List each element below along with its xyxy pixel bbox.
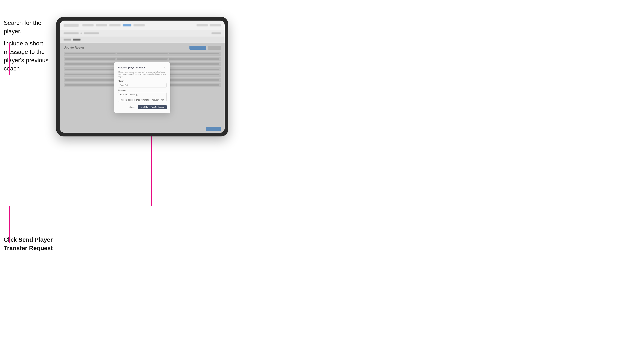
modal-title: Request player transfer bbox=[118, 66, 145, 69]
modal-description: If the player is transferring from anoth… bbox=[118, 71, 166, 78]
modal-footer: Cancel Send Player Transfer Request bbox=[118, 105, 166, 109]
breadcrumb-sep bbox=[80, 32, 82, 34]
breadcrumb-right bbox=[212, 32, 221, 34]
modal-overlay: Request player transfer ✕ If the player … bbox=[60, 43, 225, 133]
nav-item-5 bbox=[134, 24, 145, 26]
breadcrumb-1 bbox=[64, 32, 79, 34]
annotation-message: Include a short message to the player's … bbox=[4, 39, 56, 73]
tab-1 bbox=[64, 39, 71, 40]
tab-active bbox=[73, 39, 80, 40]
app-tabs bbox=[60, 37, 225, 43]
message-field-label: Message bbox=[118, 89, 166, 91]
cancel-button[interactable]: Cancel bbox=[128, 105, 137, 109]
annotation-click: Click Send Player Transfer Request bbox=[4, 235, 56, 252]
app-nav bbox=[82, 24, 145, 26]
nav-item-active bbox=[123, 24, 131, 26]
arrow-horizontal-click bbox=[9, 206, 152, 206]
tablet-frame: Update Roster bbox=[56, 17, 228, 137]
app-logo bbox=[64, 24, 79, 27]
modal-close-button[interactable]: ✕ bbox=[163, 66, 166, 69]
annotation-search: Search for the player. bbox=[4, 19, 52, 35]
player-search-input[interactable] bbox=[118, 83, 166, 87]
tablet-screen: Update Roster bbox=[60, 20, 225, 133]
app-header bbox=[60, 20, 225, 30]
player-field-label: Player bbox=[118, 80, 166, 82]
arrow-vertical-click bbox=[9, 206, 10, 243]
app-subheader bbox=[60, 30, 225, 37]
message-textarea[interactable] bbox=[118, 92, 166, 102]
modal-header: Request player transfer ✕ bbox=[118, 66, 166, 69]
app-right-item-1 bbox=[196, 24, 208, 26]
app-right-item-2 bbox=[210, 24, 221, 26]
modal-dialog: Request player transfer ✕ If the player … bbox=[114, 62, 170, 113]
nav-item-1 bbox=[82, 24, 94, 26]
arrow-vertical-search bbox=[9, 43, 10, 75]
breadcrumb-2 bbox=[84, 32, 99, 34]
app-content: Update Roster bbox=[60, 43, 225, 133]
send-transfer-request-button[interactable]: Send Player Transfer Request bbox=[138, 105, 166, 109]
app-right bbox=[196, 24, 221, 26]
nav-item-2 bbox=[96, 24, 107, 26]
nav-item-3 bbox=[109, 24, 120, 26]
